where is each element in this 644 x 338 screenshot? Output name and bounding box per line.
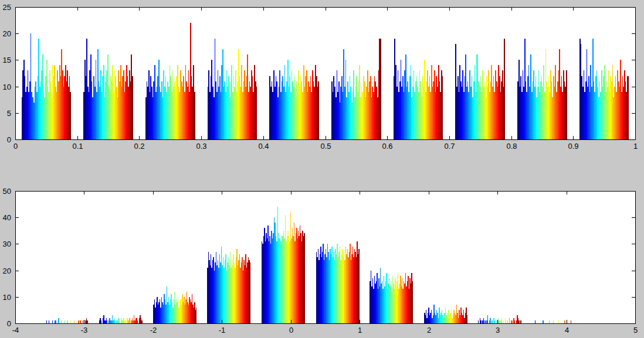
y-tick-label: 20 xyxy=(3,267,11,275)
bar xyxy=(455,315,456,323)
bar xyxy=(411,284,411,323)
bar xyxy=(273,70,274,139)
bar xyxy=(418,92,419,139)
bar xyxy=(212,87,213,139)
y-tick-label: 10 xyxy=(3,293,11,302)
bar xyxy=(300,76,301,139)
bar xyxy=(331,247,333,323)
bar xyxy=(333,76,334,139)
bar xyxy=(211,268,212,323)
bar xyxy=(594,92,595,139)
bar xyxy=(291,238,292,323)
bar xyxy=(369,81,370,139)
bar xyxy=(182,87,183,139)
bar xyxy=(116,87,117,139)
bar xyxy=(344,260,345,323)
bar xyxy=(391,292,392,323)
bar xyxy=(453,315,453,323)
bar xyxy=(480,76,481,139)
bar xyxy=(58,318,59,323)
bar xyxy=(190,299,191,323)
bar xyxy=(433,305,435,323)
bar xyxy=(242,257,243,323)
bar xyxy=(67,320,68,323)
bar xyxy=(582,87,584,139)
bar xyxy=(187,87,188,139)
bar xyxy=(462,313,462,323)
bar xyxy=(164,87,165,139)
bar xyxy=(232,265,233,323)
bar xyxy=(246,76,247,139)
bar xyxy=(178,297,178,323)
bar xyxy=(252,76,253,139)
bar xyxy=(131,320,132,323)
bar xyxy=(223,268,225,323)
bar xyxy=(107,54,109,139)
bar xyxy=(294,241,296,323)
bar xyxy=(216,265,218,323)
bar xyxy=(579,39,581,139)
bar xyxy=(564,81,565,139)
bar xyxy=(155,92,157,139)
bar xyxy=(221,92,221,139)
bar xyxy=(69,76,70,139)
x-tick-label: 0.3 xyxy=(196,142,206,151)
bar xyxy=(447,313,448,323)
bar xyxy=(121,320,123,323)
bar xyxy=(546,81,547,139)
bar xyxy=(457,76,459,139)
bar xyxy=(101,320,101,323)
bar xyxy=(400,276,401,323)
bar xyxy=(547,87,548,139)
bar xyxy=(442,310,442,323)
bar xyxy=(216,252,216,323)
bar xyxy=(423,87,424,139)
bar xyxy=(408,276,409,323)
x-tick-label: 3 xyxy=(496,326,500,334)
bar xyxy=(303,236,304,323)
bar xyxy=(289,231,289,323)
bar xyxy=(225,254,226,323)
bar xyxy=(378,70,379,139)
bar xyxy=(441,70,442,139)
bar xyxy=(267,238,267,323)
bar xyxy=(406,286,407,323)
bar xyxy=(228,76,229,139)
bar xyxy=(396,286,396,323)
bar xyxy=(31,92,32,139)
bar xyxy=(605,92,606,139)
bar xyxy=(420,81,421,139)
bar xyxy=(552,97,553,139)
bar xyxy=(323,244,324,323)
bar xyxy=(389,278,389,323)
bar xyxy=(468,92,469,139)
bar xyxy=(208,252,209,323)
bar xyxy=(110,76,111,139)
bar xyxy=(425,92,426,139)
bar xyxy=(492,87,493,139)
bar xyxy=(67,70,68,139)
bar xyxy=(188,70,189,139)
bar xyxy=(140,315,141,323)
bar xyxy=(147,87,148,139)
bar xyxy=(562,92,563,139)
bar xyxy=(382,289,384,323)
bar xyxy=(244,70,245,139)
bar xyxy=(489,92,490,139)
bar xyxy=(329,260,330,323)
bar xyxy=(379,39,380,139)
bar xyxy=(128,87,129,139)
bar xyxy=(495,70,496,139)
bar xyxy=(106,318,107,323)
bar xyxy=(300,226,300,323)
bar xyxy=(316,76,317,139)
bar xyxy=(335,249,336,323)
bar xyxy=(348,92,350,139)
figure-canvas: 00.10.20.30.40.50.60.70.80.910510152025-… xyxy=(0,0,644,338)
bar xyxy=(87,320,88,323)
bar xyxy=(351,103,352,139)
bar xyxy=(123,320,123,323)
bar xyxy=(256,87,257,139)
bar xyxy=(520,76,521,139)
bar xyxy=(120,65,121,139)
